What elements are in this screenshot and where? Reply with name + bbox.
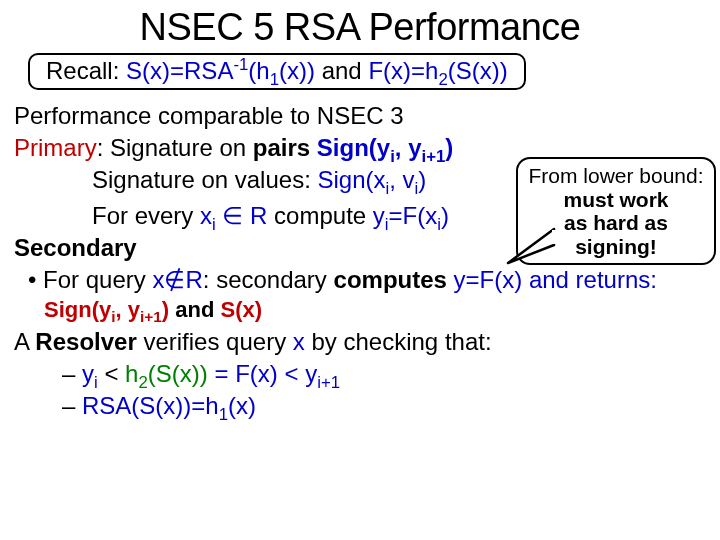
txt: x xyxy=(200,202,212,229)
sub: i+1 xyxy=(422,147,446,166)
page-title: NSEC 5 RSA Performance xyxy=(14,6,706,49)
yi1: yi+1 xyxy=(305,360,340,387)
sub: i+1 xyxy=(317,373,340,392)
sub: 2 xyxy=(438,70,447,89)
txt: Sign(x xyxy=(317,166,385,193)
lt: < xyxy=(98,360,125,387)
line-6: • For query x∉R: secondary computes y=F(… xyxy=(14,264,706,295)
txt: : secondary xyxy=(203,266,334,293)
txt: A xyxy=(14,328,35,355)
line-7: Sign(yi, yi+1) and S(x) xyxy=(14,296,706,325)
txt: ) xyxy=(441,202,449,229)
recall-sx: S(x)=RSA-1(h1(x)) xyxy=(126,57,315,84)
line-10: – RSA(S(x))=h1(x) xyxy=(14,390,706,421)
line-9: – yi < h2(S(x)) = F(x) < yi+1 xyxy=(14,358,706,389)
line-8: A Resolver verifies query x by checking … xyxy=(14,326,706,357)
txt: , v xyxy=(389,166,414,193)
recall-prefix: Recall: xyxy=(46,57,126,84)
txt: , y xyxy=(395,134,422,161)
recall-fx: F(x)=h2(S(x)) xyxy=(368,57,507,84)
rsa-eq: RSA(S(x))=h1(x) xyxy=(82,392,256,419)
sub: 1 xyxy=(219,405,228,424)
txt: ) xyxy=(162,297,175,322)
txt: (S(x)) xyxy=(148,360,208,387)
txt: (x) xyxy=(228,392,256,419)
callout-line2: must work xyxy=(522,188,710,212)
callout-line1: From lower bound: xyxy=(522,164,710,188)
sup: -1 xyxy=(233,55,248,74)
txt: compute xyxy=(267,202,372,229)
txt: y xyxy=(82,360,94,387)
y-eq-fx: y=F(x) xyxy=(454,266,523,293)
txt: h xyxy=(125,360,138,387)
line-1: Performance comparable to NSEC 3 xyxy=(14,100,706,131)
txt: RSA(S(x))=h xyxy=(82,392,219,419)
xi: xi ∈ R xyxy=(200,202,267,229)
yi: yi xyxy=(82,360,98,387)
primary-label: Primary xyxy=(14,134,97,161)
sign-val: Sign(xi, vi) xyxy=(317,166,426,193)
txt: Sign(y xyxy=(317,134,390,161)
sign-pair: Sign(yi, yi+1) xyxy=(317,134,454,161)
txt: Signature on values: xyxy=(92,166,317,193)
dash: – xyxy=(62,392,82,419)
txt: ∈ R xyxy=(216,202,268,229)
txt: y xyxy=(373,202,385,229)
resolver: Resolver xyxy=(35,328,143,355)
txt: (h xyxy=(248,57,269,84)
yi-eq: yi=F(xi) xyxy=(373,202,449,229)
recall-box: Recall: S(x)=RSA-1(h1(x)) and F(x)=h2(S(… xyxy=(28,53,526,90)
txt: y xyxy=(305,360,317,387)
x-notin-r: x∉R xyxy=(152,266,202,293)
slide-container: NSEC 5 RSA Performance Recall: S(x)=RSA-… xyxy=(0,0,720,540)
txt: ) xyxy=(418,166,426,193)
txt: and returns: xyxy=(522,266,657,293)
sub: 2 xyxy=(138,373,147,392)
sx: S(x) xyxy=(221,297,263,322)
dash: – xyxy=(62,360,82,387)
eq-fx-lt: = F(x) < xyxy=(208,360,305,387)
txt: • For query xyxy=(28,266,152,293)
computes: computes xyxy=(334,266,454,293)
txt: F(x)=h xyxy=(368,57,438,84)
sub: i+1 xyxy=(140,309,162,326)
txt: (x)) xyxy=(279,57,315,84)
sub: 1 xyxy=(270,70,279,89)
and: and xyxy=(175,297,220,322)
txt: For every xyxy=(92,202,200,229)
pairs: pairs xyxy=(253,134,317,161)
txt: : Signature on xyxy=(97,134,253,161)
callout-box: From lower bound: must work as hard as s… xyxy=(516,157,716,265)
sign-return: Sign(yi, yi+1) xyxy=(44,297,175,322)
txt: verifies query xyxy=(143,328,292,355)
x: x xyxy=(293,328,305,355)
txt: S(x)=RSA xyxy=(126,57,233,84)
txt: Sign(y xyxy=(44,297,111,322)
txt: , y xyxy=(116,297,140,322)
h2sx: h2(S(x)) xyxy=(125,360,208,387)
recall-and: and xyxy=(315,57,368,84)
txt: (S(x)) xyxy=(448,57,508,84)
txt: ) xyxy=(445,134,453,161)
callout-line3: as hard as signing! xyxy=(522,211,710,258)
txt: =F(x xyxy=(389,202,438,229)
txt: by checking that: xyxy=(305,328,492,355)
